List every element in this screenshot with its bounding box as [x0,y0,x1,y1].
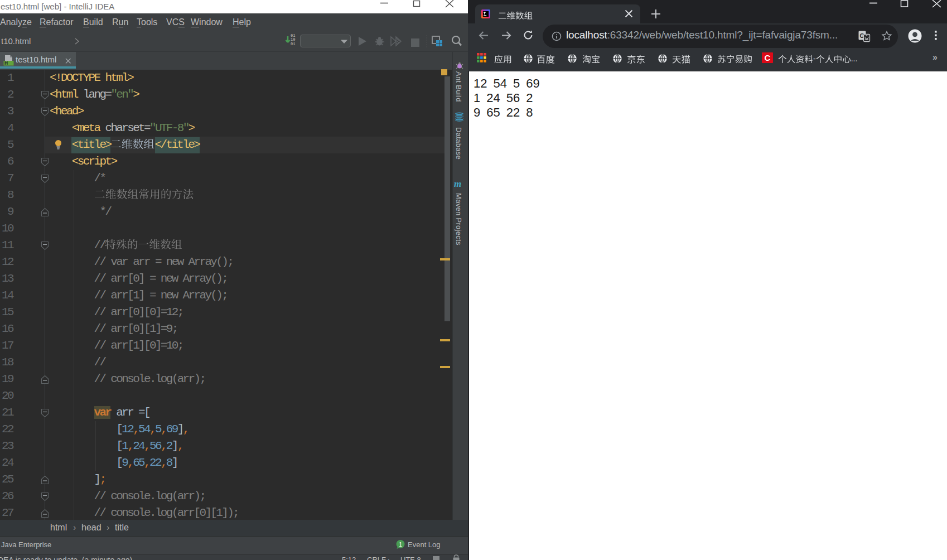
svg-text:1: 1 [399,541,402,548]
svg-text:H: H [4,60,8,66]
